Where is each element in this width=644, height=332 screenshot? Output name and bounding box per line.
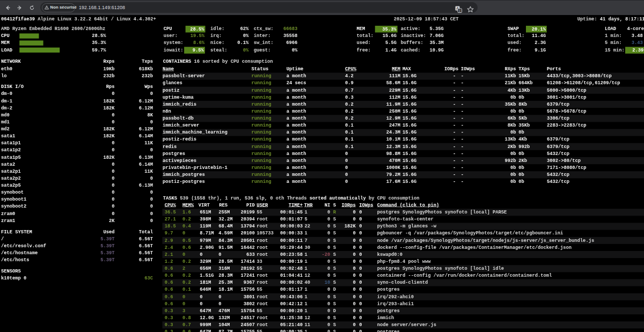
svg-text:文: 文 — [458, 9, 462, 12]
